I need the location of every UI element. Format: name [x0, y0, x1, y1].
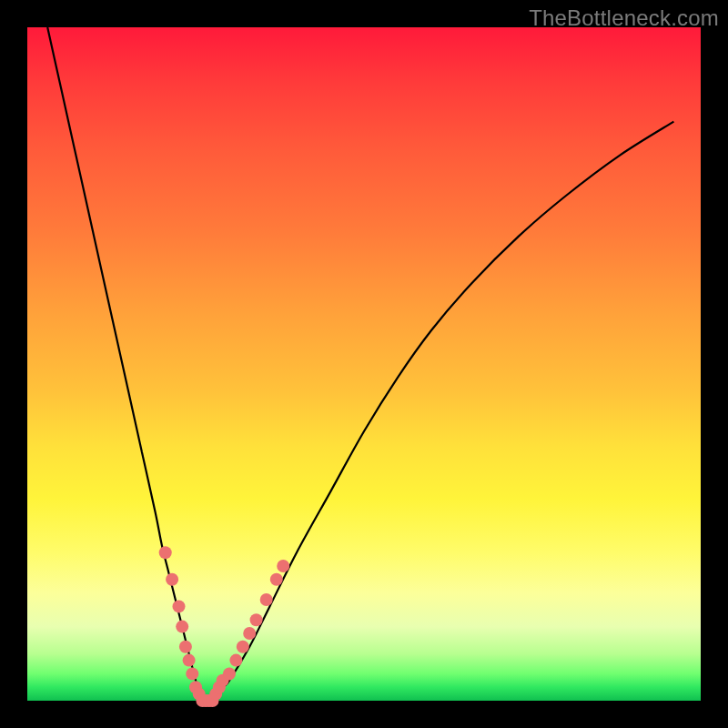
marker-dot	[223, 667, 236, 680]
bottleneck-curve	[47, 27, 673, 703]
curve-svg	[27, 27, 701, 701]
marker-dot	[237, 641, 249, 653]
marker-dot	[250, 613, 263, 626]
marker-dot	[179, 641, 192, 653]
curve-markers	[159, 546, 290, 707]
marker-dot	[270, 573, 283, 586]
marker-dot	[159, 546, 172, 559]
marker-dot	[176, 621, 188, 633]
marker-dot	[183, 654, 196, 667]
marker-dot	[260, 593, 273, 606]
marker-dot	[243, 627, 256, 640]
plot-area	[27, 27, 701, 701]
marker-dot	[277, 560, 289, 572]
chart-frame: TheBottleneck.com	[0, 0, 728, 728]
marker-dot	[166, 573, 178, 586]
marker-dot	[186, 667, 198, 680]
marker-dot	[173, 600, 186, 612]
watermark-text: TheBottleneck.com	[529, 5, 719, 31]
marker-dot	[229, 654, 242, 667]
